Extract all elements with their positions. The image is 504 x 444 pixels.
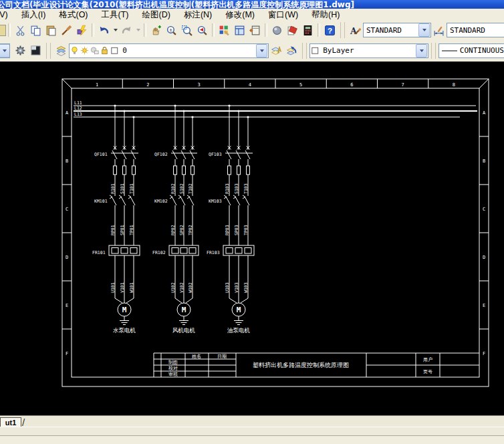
menu-item-8[interactable]: 窗口(W) [261, 9, 305, 21]
svg-text:W103: W103 [243, 282, 249, 293]
dim-style-combo[interactable]: STANDARD [447, 23, 504, 37]
viewport-freeze-icon[interactable] [90, 45, 100, 56]
redo-icon[interactable] [119, 23, 134, 37]
pan-icon[interactable] [148, 23, 164, 37]
toolbar-separator [265, 23, 267, 37]
text-style-combo[interactable]: STANDARD [363, 23, 431, 37]
zoom-realtime-icon[interactable]: ± [164, 23, 179, 37]
autocad-window: 公司文档(毕业设计论文集(2010(塑料挤出机温度控制(塑料挤出机多路温度控制系… [0, 0, 504, 444]
toolbar-separator [340, 22, 345, 38]
undo-icon[interactable] [96, 23, 112, 37]
menu-item-2[interactable]: 插入(I) [15, 9, 53, 21]
toolbar-separator [46, 43, 51, 59]
svg-text:R102: R102 [170, 183, 176, 194]
redo-dropdown[interactable] [134, 23, 142, 37]
command-line[interactable] [0, 427, 504, 436]
color-combo-value: ByLayer [320, 46, 416, 55]
linetype-sample [439, 45, 457, 56]
svg-text:M: M [122, 306, 127, 314]
toolbar-separator [92, 23, 94, 37]
tab-layout1[interactable]: ut1 [0, 417, 21, 427]
zoom-window-icon[interactable] [179, 23, 195, 37]
sun-icon[interactable] [80, 45, 90, 56]
toolbar-separator [212, 23, 215, 37]
quickcalc-icon[interactable] [300, 23, 316, 37]
help-icon[interactable]: ? [322, 23, 338, 37]
layout-tab-bar: ut1 / [0, 415, 504, 427]
svg-text:QF101: QF101 [94, 152, 108, 157]
text-style-manager-icon[interactable]: A [348, 23, 363, 37]
copy-icon[interactable] [28, 23, 43, 37]
svg-text:S103: S103 [234, 183, 239, 194]
svg-text:6: 6 [350, 82, 353, 88]
toolbar-separator [302, 43, 307, 59]
menu-item-5[interactable]: 绘图(D) [136, 9, 177, 21]
text-style-combo-dropdown-button[interactable] [418, 23, 430, 37]
make-object-layer-current-icon[interactable] [269, 43, 284, 58]
gear-icon[interactable] [13, 43, 28, 58]
svg-text:E: E [66, 303, 68, 308]
svg-text:C: C [66, 207, 68, 212]
linetype-combo[interactable]: CONTINUOUS [438, 43, 504, 58]
title-bar[interactable]: 公司文档(毕业设计论文集(2010(塑料挤出机温度控制(塑料挤出机多路温度控制系… [0, 0, 504, 9]
svg-text:V102: V102 [179, 282, 184, 293]
svg-text:8: 8 [453, 82, 455, 88]
standard-toolbar: ±?ASTANDARDSTANDARD [0, 21, 504, 40]
svg-text:F: F [66, 351, 68, 356]
layer-combo-dropdown-button[interactable] [256, 44, 267, 58]
layer-previous-icon[interactable] [284, 43, 299, 58]
svg-text:页号: 页号 [423, 369, 432, 374]
bulb-icon[interactable] [70, 45, 80, 56]
cut-icon[interactable] [13, 23, 28, 37]
layer-manager-icon[interactable] [53, 43, 69, 58]
color-combo-dropdown-button[interactable] [416, 44, 427, 58]
svg-text:油泵电机: 油泵电机 [227, 327, 251, 334]
svg-text:3: 3 [198, 82, 201, 88]
dim-style-manager-icon[interactable] [431, 23, 447, 37]
menu-item-9[interactable]: 帮助(H) [305, 9, 346, 21]
drawing-canvas[interactable]: 12345678AABBCCDDEEFFL11L12L13R101RP01U10… [0, 62, 504, 415]
layer-combo[interactable]: 0 [69, 43, 269, 58]
paste-icon[interactable] [43, 23, 59, 37]
match-properties-icon[interactable] [74, 23, 90, 37]
svg-text:制图: 制图 [168, 360, 178, 365]
svg-text:R101: R101 [110, 183, 116, 194]
clipped-combo[interactable] [0, 43, 10, 58]
named-views-icon[interactable] [28, 43, 43, 58]
menu-bar: 视图(V)插入(I)格式(O)工具(T)绘图(D)标注(N)修改(M)窗口(W)… [0, 9, 504, 21]
toolpalettes-icon[interactable] [247, 23, 263, 37]
lock-icon[interactable] [100, 45, 110, 56]
svg-text:5: 5 [299, 82, 302, 88]
layer-state-icons [70, 45, 120, 56]
svg-text:FR102: FR102 [152, 250, 166, 255]
svg-text:1: 1 [96, 82, 98, 88]
sheetset-icon[interactable] [285, 23, 300, 37]
svg-text:L12: L12 [74, 106, 82, 111]
undo-dropdown[interactable] [112, 23, 119, 37]
svg-text:2: 2 [146, 82, 149, 88]
svg-text:S101: S101 [120, 183, 125, 194]
menu-item-7[interactable]: 修改(M) [219, 9, 261, 21]
color-square-icon[interactable] [310, 45, 320, 56]
svg-text:T103: T103 [243, 183, 249, 194]
svg-text:水泵电机: 水泵电机 [113, 327, 136, 334]
svg-text:D: D [66, 255, 68, 260]
menu-item-3[interactable]: 格式(O) [52, 9, 94, 21]
match-brush-icon[interactable] [59, 23, 74, 37]
menu-item-1[interactable]: 视图(V) [0, 9, 15, 21]
svg-text:塑料挤出机多路温度控制系统原理图: 塑料挤出机多路温度控制系统原理图 [253, 362, 349, 368]
dim-style-combo-value: STANDARD [447, 26, 504, 35]
zoom-previous-icon[interactable] [195, 23, 210, 37]
color-combo[interactable]: ByLayer [309, 43, 428, 58]
toolbar-separator [8, 23, 11, 37]
menu-item-6[interactable]: 标注(N) [177, 9, 219, 21]
svg-text:7: 7 [402, 82, 404, 88]
menu-item-4[interactable]: 工具(T) [95, 9, 136, 21]
svg-text:R103: R103 [225, 183, 230, 194]
properties-icon[interactable] [217, 23, 232, 37]
svg-text:用户: 用户 [423, 357, 432, 362]
designcenter-icon[interactable] [232, 23, 247, 37]
svg-text:RP01: RP01 [110, 225, 116, 235]
render-icon[interactable] [269, 23, 285, 37]
color-square-icon[interactable] [110, 45, 120, 56]
